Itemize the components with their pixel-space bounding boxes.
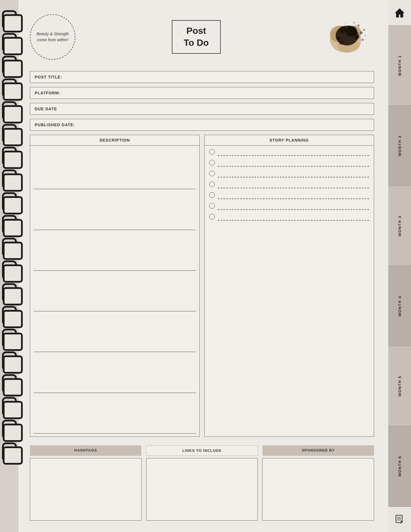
description-column: DESCRIPTION	[30, 135, 200, 437]
check-circle-4[interactable]	[209, 181, 215, 187]
spiral-coil	[2, 124, 17, 143]
check-circle-2[interactable]	[209, 160, 215, 165]
spiral-coil	[2, 192, 17, 212]
story-planning-column: STORY PLANNING	[204, 135, 374, 437]
desc-line-3[interactable]	[34, 230, 196, 271]
month-3-tab[interactable]: MONTH 3	[388, 186, 411, 266]
hashtags-label: HASHTAGS	[30, 445, 141, 456]
checklist-item-4	[209, 181, 369, 191]
post-todo-title: Post To Do	[184, 25, 209, 49]
story-checklist	[205, 146, 374, 436]
check-circle-7[interactable]	[209, 214, 215, 220]
story-header: STORY PLANNING	[205, 135, 374, 146]
desc-line-1[interactable]	[34, 148, 196, 189]
links-label: LINKS TO INCLUDE	[146, 445, 258, 456]
home-icon	[394, 7, 405, 18]
motto-text: Beauty & Strength come from within!	[36, 31, 69, 43]
spiral-coil	[2, 147, 17, 166]
svg-point-17	[357, 24, 360, 27]
dashed-line-3	[218, 177, 369, 177]
spiral-binding	[0, 0, 18, 532]
desc-line-5[interactable]	[34, 311, 196, 352]
dashed-line-7	[218, 220, 369, 221]
spiral-coil	[2, 56, 17, 75]
svg-point-11	[362, 39, 364, 41]
spiral-coil	[2, 10, 17, 30]
post-title-field[interactable]: POST TITLE:	[30, 71, 374, 83]
post-title-label: POST TITLE:	[35, 75, 62, 79]
month-1-label: MONTH 1	[398, 55, 402, 76]
checklist-item-3	[209, 171, 369, 180]
spiral-coil	[2, 442, 17, 462]
desc-line-4[interactable]	[34, 271, 196, 311]
check-circle-5[interactable]	[209, 192, 215, 198]
spiral-coil	[2, 238, 17, 257]
description-lines	[30, 146, 199, 436]
svg-point-8	[337, 37, 340, 40]
svg-marker-26	[400, 523, 401, 524]
bottom-section: HASHTAGS LINKS TO INCLUDE SPONSORED BY	[30, 445, 374, 521]
spiral-coil	[2, 33, 17, 52]
svg-marker-20	[395, 9, 404, 17]
svg-point-10	[360, 31, 363, 34]
hashtags-box[interactable]	[30, 458, 142, 521]
check-circle-6[interactable]	[209, 203, 215, 209]
main-content: Beauty & Strength come from within! Post…	[18, 0, 388, 532]
spiral-coil	[2, 420, 17, 439]
svg-point-7	[355, 35, 359, 39]
spiral-coil	[2, 78, 17, 98]
svg-point-9	[348, 26, 352, 28]
published-date-field[interactable]: PUBLISHED DATE:	[30, 119, 374, 131]
svg-point-6	[339, 26, 346, 33]
dashed-line-6	[218, 209, 369, 210]
checklist-item-2	[209, 160, 369, 169]
edit-button[interactable]	[388, 506, 411, 532]
dashed-line-4	[218, 188, 369, 188]
month-4-tab[interactable]: MONTH 4	[388, 266, 411, 346]
post-todo-box: Post To Do	[172, 20, 221, 53]
spiral-coil	[2, 397, 17, 416]
right-sidebar: MONTH 1 MONTH 2 MONTH 3 MONTH 4 MONTH 5 …	[388, 0, 411, 532]
due-date-field[interactable]: DUE DATE	[30, 103, 374, 115]
edit-icon	[394, 514, 405, 525]
due-date-label: DUE DATE	[35, 107, 57, 111]
check-circle-3[interactable]	[209, 171, 215, 176]
svg-point-18	[353, 22, 355, 24]
header-section: Beauty & Strength come from within! Post…	[30, 11, 374, 63]
desc-line-2[interactable]	[34, 189, 196, 230]
sidebar-months: MONTH 1 MONTH 2 MONTH 3 MONTH 4 MONTH 5 …	[388, 26, 411, 506]
spiral-coil	[2, 215, 17, 234]
bottom-boxes	[30, 458, 374, 521]
month-5-tab[interactable]: MONTH 5	[388, 346, 411, 426]
spiral-coil	[2, 169, 17, 189]
month-4-label: MONTH 4	[398, 296, 402, 316]
month-6-tab[interactable]: MONTH 6	[388, 426, 411, 506]
checklist-item-7	[209, 214, 369, 223]
checklist-item-5	[209, 192, 369, 201]
svg-point-15	[333, 34, 335, 37]
spiral-coil	[2, 329, 17, 348]
spiral-coil	[2, 306, 17, 325]
spiral-coil	[2, 351, 17, 371]
month-3-label: MONTH 3	[398, 216, 402, 236]
spiral-coil	[2, 374, 17, 394]
home-button[interactable]	[388, 0, 411, 26]
published-date-label: PUBLISHED DATE:	[35, 123, 75, 127]
svg-point-16	[331, 39, 332, 41]
bottom-labels: HASHTAGS LINKS TO INCLUDE SPONSORED BY	[30, 445, 374, 456]
sponsored-label: SPONSORED BY	[263, 445, 374, 456]
spiral-coil	[2, 283, 17, 303]
sponsored-box[interactable]	[262, 458, 374, 521]
month-5-label: MONTH 5	[398, 376, 402, 396]
desc-line-7[interactable]	[34, 393, 196, 434]
svg-point-12	[339, 41, 343, 45]
dashed-line-5	[218, 198, 369, 199]
desc-line-6[interactable]	[34, 352, 196, 393]
month-2-tab[interactable]: MONTH 2	[388, 106, 411, 186]
platform-field[interactable]: PLATFORM:	[30, 87, 374, 99]
check-circle-1[interactable]	[209, 149, 215, 155]
checklist-item-6	[209, 203, 369, 212]
two-col-section: DESCRIPTION STORY PLANNING	[30, 135, 374, 437]
links-box[interactable]	[146, 458, 258, 521]
month-1-tab[interactable]: MONTH 1	[388, 26, 411, 106]
